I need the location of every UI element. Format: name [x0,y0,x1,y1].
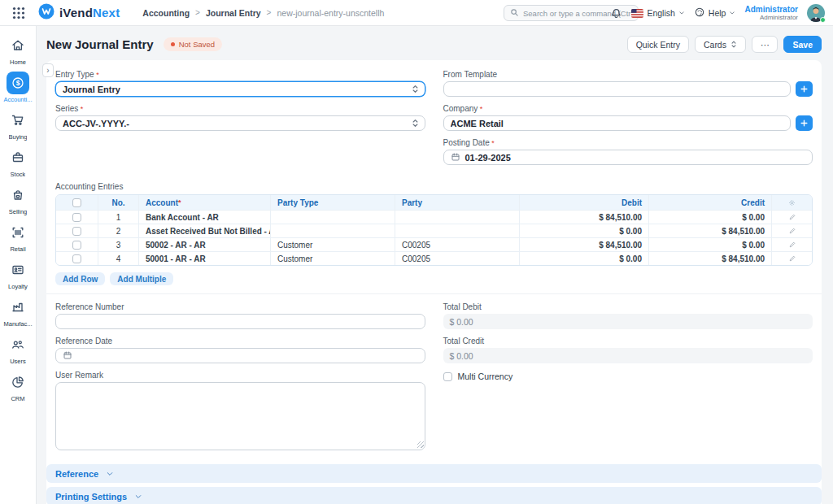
save-button[interactable]: Save [783,36,822,53]
cell-account[interactable]: 50001 - AR - AR [139,252,271,265]
entry-type-select[interactable]: Journal Entry [55,81,425,97]
status-dot [171,42,175,46]
breadcrumb: Accounting > Journal Entry > new-journal… [142,8,384,18]
online-status-dot [820,17,826,23]
from-template-text[interactable] [451,85,784,94]
sidebar-expand-icon[interactable]: › [42,63,54,77]
add-template-button[interactable] [796,81,813,97]
row-checkbox[interactable] [72,254,81,263]
cell-party-type[interactable] [271,211,395,224]
row-checkbox[interactable] [72,213,81,222]
multi-currency-checkbox[interactable] [443,372,452,381]
resize-handle[interactable] [417,441,424,448]
more-options-button[interactable]: ⋯ [752,36,778,53]
notifications-bell-icon[interactable] [610,7,622,20]
company-text[interactable] [451,119,784,128]
col-debit: Debit [520,195,649,210]
cell-account[interactable]: Asset Received But Not Billed - AR [139,224,271,237]
edit-row-pencil-icon[interactable] [788,241,796,249]
reference-number-input[interactable] [55,314,425,329]
language-selector[interactable]: English [631,8,684,18]
reference-number-text[interactable] [63,317,418,327]
table-settings-gear-icon[interactable] [787,198,796,207]
cell-party-type[interactable]: Customer [271,252,395,265]
entries-table-label: Accounting Entries [55,182,813,191]
brand-logo[interactable]: iVendNext [38,3,120,23]
cell-party[interactable]: C00205 [395,252,520,265]
sidebar-item-loyalty[interactable]: Loyalty [0,259,37,296]
select-all-checkbox[interactable] [72,198,81,207]
sidebar-item-retail[interactable]: Retail [0,221,37,259]
table-row[interactable]: 3 50002 - AR - AR Customer C00205 $ 84,5… [56,237,812,251]
series-select[interactable]: ACC-JV-.YYYY.- [55,115,425,131]
table-header-row: No. Account Party Type Party Debit Credi… [56,195,812,210]
cell-account[interactable]: 50002 - AR - AR [139,238,271,251]
cell-debit[interactable]: $ 0.00 [520,224,649,237]
section-reference[interactable]: Reference [46,464,822,483]
sidebar-item-manufacturing[interactable]: Manufac... [0,296,37,333]
user-remark-label: User Remark [55,371,425,380]
breadcrumb-item[interactable]: Accounting [142,8,190,18]
multi-currency-toggle[interactable]: Multi Currency [443,371,813,381]
cell-credit[interactable]: $ 84,510.00 [649,252,772,265]
cell-credit[interactable]: $ 0.00 [649,211,772,224]
sidebar-item-crm[interactable]: CRM [0,371,37,408]
add-company-button[interactable] [796,115,813,131]
table-row[interactable]: 4 50001 - AR - AR Customer C00205 $ 0.00… [56,251,812,265]
sort-icon [731,40,737,49]
cell-credit[interactable]: $ 84,510.00 [649,224,772,237]
help-icon [694,7,705,20]
cards-button[interactable]: Cards [695,36,746,53]
table-row[interactable]: 2 Asset Received But Not Billed - AR $ 0… [56,224,812,237]
posting-date-input[interactable]: 01-29-2025 [443,150,813,165]
cell-party[interactable] [395,224,520,237]
from-template-input[interactable] [443,81,792,97]
row-checkbox[interactable] [72,241,81,250]
cell-party[interactable] [395,211,520,224]
avatar[interactable] [807,4,825,22]
cell-party-type[interactable] [271,224,395,237]
row-checkbox[interactable] [72,227,81,236]
chevron-down-icon [106,470,114,478]
reference-date-input[interactable] [55,348,425,363]
users-icon [7,333,29,356]
multi-currency-label: Multi Currency [458,371,513,381]
sidebar-item-users[interactable]: Users [0,333,37,371]
cell-debit[interactable]: $ 84,510.00 [520,211,649,224]
edit-row-pencil-icon[interactable] [788,213,796,221]
cell-party-type[interactable]: Customer [271,238,395,251]
cell-debit[interactable]: $ 84,510.00 [520,238,649,251]
sidebar: Home $ Accounti... Buying Stock Selling … [0,26,37,504]
cell-debit[interactable]: $ 0.00 [520,252,649,265]
edit-row-pencil-icon[interactable] [788,227,796,235]
sidebar-item-home[interactable]: Home [0,34,37,72]
app-launcher-icon[interactable] [11,6,26,20]
sidebar-item-selling[interactable]: Selling [0,184,37,221]
search-icon [510,6,519,20]
user-name: Administrator [744,5,798,15]
sidebar-item-buying[interactable]: Buying [0,109,37,146]
sidebar-item-stock[interactable]: Stock [0,146,37,184]
cell-party[interactable]: C00205 [395,238,520,251]
user-remark-textarea[interactable] [55,382,425,450]
posting-date-field: Posting Date 01-29-2025 [443,138,813,165]
chevron-down-icon [729,10,735,16]
reference-number-field: Reference Number [55,302,425,329]
section-printing-settings[interactable]: Printing Settings [46,487,822,504]
quick-entry-button[interactable]: Quick Entry [627,36,689,53]
cell-account[interactable]: Bank Account - AR [139,211,271,224]
breadcrumb-item[interactable]: Journal Entry [206,8,261,18]
edit-row-pencil-icon[interactable] [788,254,796,263]
help-menu[interactable]: Help [694,7,736,20]
calendar-icon [451,152,460,163]
table-row[interactable]: 1 Bank Account - AR $ 84,510.00 $ 0.00 [56,210,812,224]
reference-date-label: Reference Date [55,337,425,345]
reference-number-label: Reference Number [55,302,425,311]
add-row-button[interactable]: Add Row [55,272,105,285]
sidebar-item-accounting[interactable]: $ Accounti... [0,72,37,109]
company-input[interactable] [443,115,792,131]
user-menu[interactable]: Administrator Administrator [744,5,798,22]
selling-bag-icon [7,184,29,206]
add-multiple-button[interactable]: Add Multiple [110,272,173,285]
cell-credit[interactable]: $ 0.00 [649,238,772,251]
